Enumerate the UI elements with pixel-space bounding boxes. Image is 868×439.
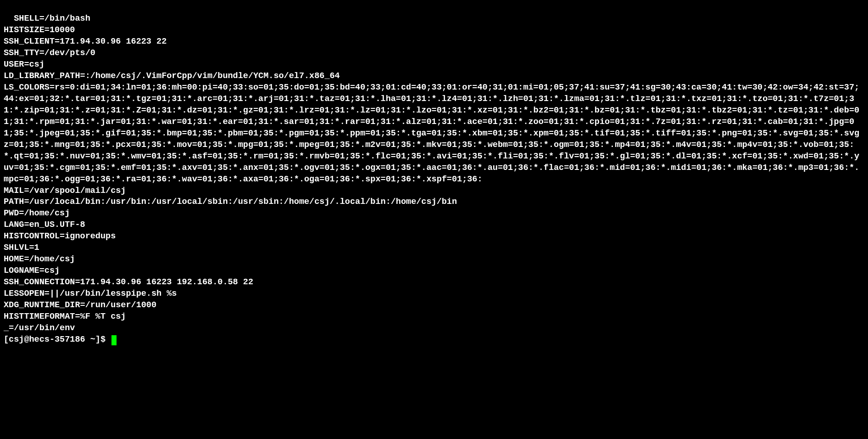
shell-prompt: [csj@hecs-357186 ~]$: [4, 334, 111, 346]
terminal-output: SHELL=/bin/bash HISTSIZE=10000 SSH_CLIEN…: [4, 14, 859, 333]
cursor-block: [111, 335, 117, 345]
terminal-window[interactable]: SHELL=/bin/bash HISTSIZE=10000 SSH_CLIEN…: [0, 0, 868, 357]
